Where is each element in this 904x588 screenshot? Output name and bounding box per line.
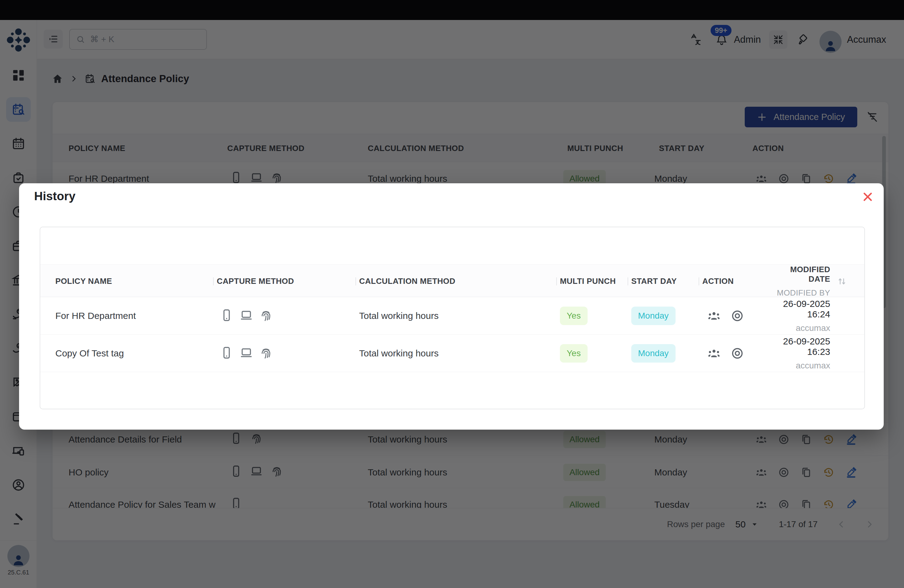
history-table-container: POLICY NAME CAPTURE METHOD CALCULATION M… (40, 227, 865, 409)
modal-title: History (34, 190, 75, 203)
capture-methods (217, 346, 359, 361)
column-header-modified[interactable]: MODIFIED DATE MODIFIED BY (769, 265, 864, 298)
modified-cell: 26-09-2025 16:23 accumax (769, 336, 864, 371)
history-table-body: For HR Department Total working hours Ye… (40, 297, 864, 372)
column-header[interactable]: ACTION (702, 277, 769, 286)
capture-methods (217, 308, 359, 324)
column-header[interactable]: CAPTURE METHOD (217, 277, 359, 286)
history-table-header: POLICY NAME CAPTURE METHOD CALCULATION M… (40, 264, 864, 297)
start-day-badge: Monday (631, 344, 676, 363)
mobile-icon (220, 346, 234, 361)
history-table-row: Copy Of Test tag Total working hours Yes… (40, 335, 864, 372)
history-table-row: For HR Department Total working hours Ye… (40, 297, 864, 335)
column-header[interactable]: CALCULATION METHOD (359, 277, 560, 286)
column-header[interactable]: START DAY (631, 277, 702, 286)
policy-name: Copy Of Test tag (40, 348, 217, 359)
modified-date: 26-09-2025 16:24 (769, 299, 830, 319)
column-header[interactable]: MULTI PUNCH (560, 277, 631, 286)
modified-date-label: MODIFIED DATE (769, 265, 830, 284)
laptop-icon (239, 346, 253, 361)
calculation-method: Total working hours (359, 348, 560, 359)
fingerprint-icon (259, 308, 273, 324)
modified-date: 26-09-2025 16:23 (769, 336, 830, 357)
assigned-employees-icon[interactable] (707, 346, 721, 360)
modified-by: accumax (769, 323, 830, 333)
laptop-icon (239, 308, 253, 324)
fingerprint-icon (259, 346, 273, 361)
assigned-employees-icon[interactable] (707, 309, 721, 323)
modified-cell: 26-09-2025 16:24 accumax (769, 299, 864, 333)
start-day-badge: Monday (631, 307, 676, 325)
view-icon[interactable] (730, 309, 744, 323)
close-icon[interactable] (861, 190, 874, 204)
screen: 25.C.61 99+ Adm (0, 0, 904, 588)
row-actions (702, 309, 769, 323)
mobile-icon (220, 308, 234, 324)
history-table-toolbar (40, 227, 864, 264)
modified-by: accumax (769, 361, 830, 371)
calculation-method: Total working hours (359, 311, 560, 321)
view-icon[interactable] (730, 346, 744, 360)
policy-name: For HR Department (40, 311, 217, 321)
column-header[interactable]: POLICY NAME (40, 277, 217, 286)
multi-punch-badge: Yes (560, 307, 588, 325)
sort-icon[interactable] (837, 276, 847, 287)
modified-by-label: MODIFIED BY (769, 288, 830, 298)
row-actions (702, 346, 769, 360)
history-modal: History POLICY NAME CAPTURE METHOD CALCU… (19, 183, 884, 430)
multi-punch-badge: Yes (560, 344, 588, 363)
